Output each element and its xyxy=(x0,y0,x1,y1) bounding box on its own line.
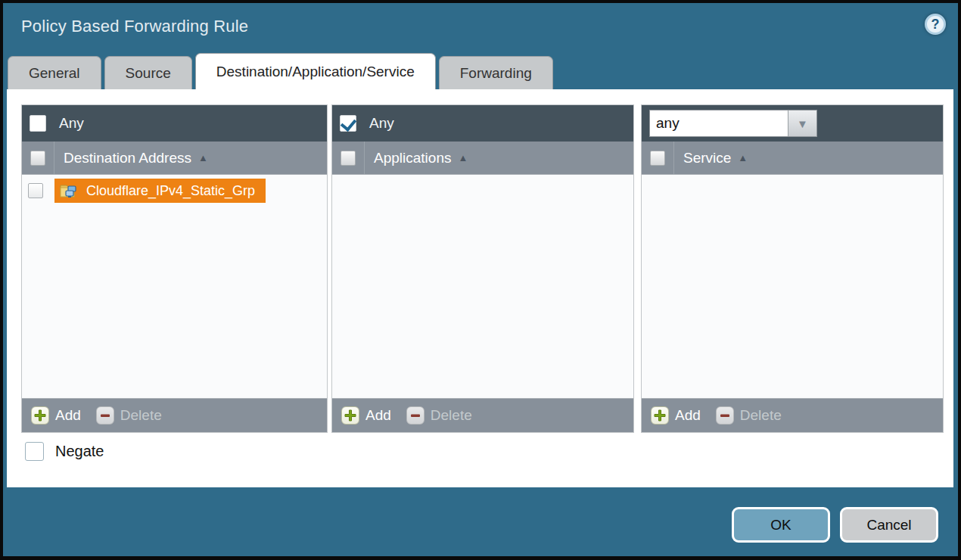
destination-any-bar: Any xyxy=(22,105,327,142)
applications-panel: Any Applications ▲ Add xyxy=(331,104,634,433)
destination-any-checkbox[interactable] xyxy=(30,115,46,132)
service-panel: any ▼ Service ▲ xyxy=(641,104,944,433)
destination-column-header: Destination Address ▲ xyxy=(22,142,327,175)
sort-asc-icon[interactable]: ▲ xyxy=(458,152,468,163)
add-button[interactable]: Add xyxy=(651,406,701,425)
table-row: Cloudflare_IPv4_Static_Grp xyxy=(22,175,327,207)
service-header-label[interactable]: Service xyxy=(683,150,731,166)
tab-source[interactable]: Source xyxy=(104,56,192,89)
add-icon xyxy=(651,406,669,425)
policy-forwarding-dialog: Policy Based Forwarding Rule ? General S… xyxy=(3,3,958,556)
applications-list xyxy=(332,175,633,398)
add-button[interactable]: Add xyxy=(341,406,391,425)
destination-header-label[interactable]: Destination Address xyxy=(64,150,191,166)
dialog-title: Policy Based Forwarding Rule xyxy=(21,17,248,36)
delete-icon xyxy=(96,406,114,425)
delete-button[interactable]: Delete xyxy=(716,406,782,425)
delete-icon xyxy=(716,406,734,425)
help-icon[interactable]: ? xyxy=(925,14,946,35)
tab-general[interactable]: General xyxy=(8,56,101,89)
destination-address-panel: Any Destination Address ▲ xyxy=(21,104,328,433)
sort-asc-icon[interactable]: ▲ xyxy=(198,152,208,163)
service-list xyxy=(642,175,943,398)
applications-column-header: Applications ▲ xyxy=(332,142,633,175)
destination-toolbar: Add Delete xyxy=(22,398,327,432)
applications-header-label[interactable]: Applications xyxy=(374,150,451,166)
add-icon xyxy=(31,406,49,425)
add-button[interactable]: Add xyxy=(31,406,81,425)
applications-any-label: Any xyxy=(369,115,394,132)
service-mode-dropdown[interactable]: any ▼ xyxy=(649,110,817,137)
delete-label: Delete xyxy=(120,407,162,424)
negate-row: Negate xyxy=(25,442,104,461)
add-label: Add xyxy=(675,407,701,424)
applications-any-checkbox[interactable] xyxy=(340,115,356,132)
applications-select-all-checkbox[interactable] xyxy=(341,151,356,166)
chevron-down-icon[interactable]: ▼ xyxy=(788,110,816,136)
negate-label: Negate xyxy=(55,443,104,460)
address-group-label: Cloudflare_IPv4_Static_Grp xyxy=(86,183,255,199)
service-any-bar: any ▼ xyxy=(642,105,943,142)
service-select-all-checkbox[interactable] xyxy=(650,151,665,166)
screen: Policy Based Forwarding Rule ? General S… xyxy=(0,0,961,560)
applications-any-bar: Any xyxy=(332,105,633,142)
destination-select-all-checkbox[interactable] xyxy=(30,151,45,166)
applications-toolbar: Add Delete xyxy=(332,398,633,432)
address-group-icon xyxy=(60,183,79,198)
cancel-button[interactable]: Cancel xyxy=(840,507,938,543)
add-icon xyxy=(341,406,359,425)
sort-asc-icon[interactable]: ▲ xyxy=(738,152,748,163)
address-group-item[interactable]: Cloudflare_IPv4_Static_Grp xyxy=(54,179,266,203)
service-dropdown-value: any xyxy=(650,110,788,136)
add-label: Add xyxy=(55,407,81,424)
row-checkbox[interactable] xyxy=(28,183,43,198)
destination-list: Cloudflare_IPv4_Static_Grp xyxy=(22,175,327,398)
destination-any-label: Any xyxy=(59,115,84,132)
service-toolbar: Add Delete xyxy=(642,398,943,432)
delete-button[interactable]: Delete xyxy=(96,406,162,425)
tab-bar: General Source Destination/Application/S… xyxy=(8,53,553,89)
dialog-buttons: OK Cancel xyxy=(732,507,938,543)
negate-checkbox[interactable] xyxy=(25,442,44,461)
tab-content: Any Destination Address ▲ xyxy=(7,89,953,487)
add-label: Add xyxy=(365,407,391,424)
delete-button[interactable]: Delete xyxy=(406,406,472,425)
delete-icon xyxy=(406,406,425,425)
tab-destination-application-service[interactable]: Destination/Application/Service xyxy=(195,53,436,89)
tab-forwarding[interactable]: Forwarding xyxy=(439,56,553,89)
delete-label: Delete xyxy=(431,407,472,424)
ok-button[interactable]: OK xyxy=(732,507,830,543)
delete-label: Delete xyxy=(740,407,782,424)
service-column-header: Service ▲ xyxy=(642,142,943,175)
